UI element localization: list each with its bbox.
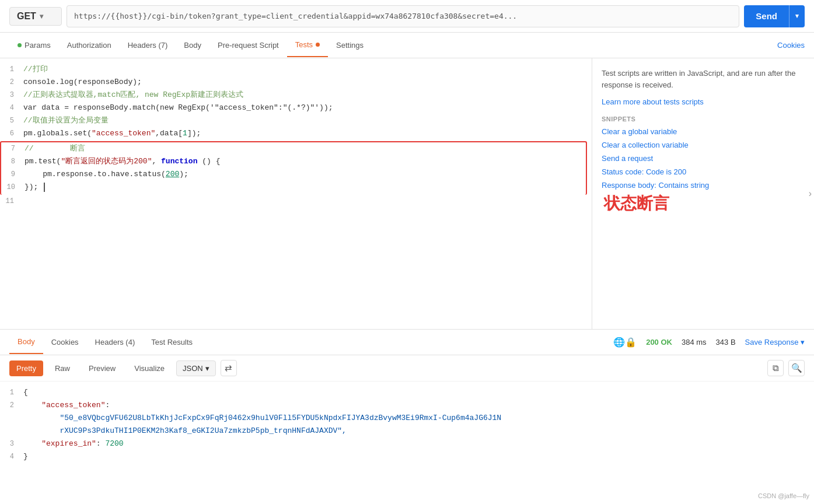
search-icon[interactable]: 🔍 — [788, 360, 805, 376]
fmt-tab-pretty[interactable]: Pretty — [9, 360, 43, 376]
snippet-response-body[interactable]: Response body: Contains string — [602, 181, 805, 190]
method-label: GET — [17, 11, 36, 22]
code-line-3: 3 //正则表达式提取器,match匹配, new RegExp新建正则表达式 — [0, 89, 592, 102]
main-area: 1 //打印 2 console.log(responseBody); 3 //… — [0, 58, 814, 329]
resp-tab-cookies[interactable]: Cookies — [43, 331, 87, 354]
resp-line-4: 4 } — [0, 450, 814, 463]
tab-prerequest[interactable]: Pre-request Script — [209, 34, 287, 57]
wrap-lines-icon[interactable]: ⇄ — [221, 360, 237, 376]
code-line-1: 1 //打印 — [0, 63, 592, 76]
cookies-link[interactable]: Cookies — [777, 41, 805, 50]
resp-line-3: 3 "expires_in": 7200 — [0, 438, 814, 450]
code-line-11: 11 — [0, 195, 592, 208]
url-bar: GET ▾ Send ▾ — [0, 0, 814, 33]
code-line-4: 4 var data = responseBody.match(new RegE… — [0, 102, 592, 114]
format-type-chevron-icon: ▾ — [205, 364, 209, 373]
send-button[interactable]: Send ▾ — [744, 5, 805, 27]
network-icon: 🌐🔒 — [613, 337, 637, 348]
code-line-2: 2 console.log(responseBody); — [0, 76, 592, 89]
resp-line-1: 1 { — [0, 386, 814, 399]
resp-line-2a: "50_e8VQbcgVFU62U8LbTkKhjJcFxpCx9FqRj046… — [0, 412, 814, 425]
tab-tests[interactable]: Tests — [287, 33, 328, 57]
method-chevron-icon: ▾ — [40, 12, 43, 20]
save-response-chevron-icon: ▾ — [801, 338, 805, 346]
request-tab-bar: Params Authorization Headers (7) Body Pr… — [0, 33, 814, 58]
response-size: 343 B — [716, 338, 736, 346]
method-select[interactable]: GET ▾ — [9, 7, 62, 26]
resp-tab-body[interactable]: Body — [9, 330, 43, 354]
snippet-clear-global[interactable]: Clear a global variable — [602, 127, 805, 136]
sidebar: › Test scripts are written in JavaScript… — [592, 58, 814, 329]
fmt-tab-preview[interactable]: Preview — [82, 360, 123, 376]
code-line-8: 8 pm.test("断言返回的状态码为200", function () { — [1, 155, 586, 168]
resp-line-2b: rXUC9Ps3PdkuTHI1P0EKM2h3Kaf8_eGKI2Ua7zmk… — [0, 425, 814, 438]
format-bar: Pretty Raw Preview Visualize JSON ▾ ⇄ ⧉ … — [0, 355, 814, 382]
code-line-5: 5 //取值并设置为全局变量 — [0, 114, 592, 127]
response-status-area: 🌐🔒 200 OK 384 ms 343 B Save Response ▾ — [613, 337, 805, 348]
fmt-tab-raw[interactable]: Raw — [48, 360, 77, 376]
status-ok-label: 200 OK — [646, 338, 672, 346]
response-tab-bar: Body Cookies Headers (4) Test Results 🌐🔒… — [0, 330, 814, 355]
response-area: Body Cookies Headers (4) Test Results 🌐🔒… — [0, 329, 814, 504]
code-line-7: 7 // 断言 — [1, 142, 586, 155]
response-time: 384 ms — [682, 338, 707, 346]
format-type-label: JSON — [183, 364, 203, 373]
save-response-button[interactable]: Save Response ▾ — [745, 338, 805, 346]
code-line-9: 9 pm.response.to.have.status(200); — [1, 168, 586, 181]
sidebar-description: Test scripts are written in JavaScript, … — [602, 68, 805, 90]
snippet-status-code[interactable]: Status code: Code is 200 — [602, 167, 805, 176]
format-type-select[interactable]: JSON ▾ — [176, 360, 216, 376]
sidebar-learn-link[interactable]: Learn more about tests scripts — [602, 97, 704, 106]
format-right-icons: ⧉ 🔍 — [767, 360, 805, 376]
response-json-body[interactable]: 1 { 2 "access_token": "50_e8VQbcgVFU62U8… — [0, 382, 814, 504]
tab-settings[interactable]: Settings — [328, 34, 372, 57]
sidebar-collapse-icon[interactable]: › — [809, 188, 812, 199]
params-dot — [18, 43, 22, 47]
watermark: CSDN @jaffe—fly — [758, 492, 809, 499]
tab-body[interactable]: Body — [176, 34, 209, 57]
annotation-text: 状态断言 — [604, 192, 779, 215]
tab-headers[interactable]: Headers (7) — [120, 34, 176, 57]
code-line-10: 10 }); — [1, 181, 586, 195]
fmt-tab-visualize[interactable]: Visualize — [127, 360, 172, 376]
tests-dot — [316, 43, 320, 47]
url-input[interactable] — [67, 5, 739, 27]
snippet-send-request[interactable]: Send a request — [602, 154, 805, 163]
resp-tab-headers[interactable]: Headers (4) — [87, 331, 144, 354]
code-editor[interactable]: 1 //打印 2 console.log(responseBody); 3 //… — [0, 58, 592, 329]
resp-line-2: 2 "access_token": — [0, 399, 814, 412]
tab-params[interactable]: Params — [9, 34, 59, 57]
tab-authorization[interactable]: Authorization — [59, 34, 120, 57]
resp-tab-testresults[interactable]: Test Results — [143, 331, 201, 354]
send-label: Send — [744, 5, 789, 27]
snippet-clear-collection[interactable]: Clear a collection variable — [602, 141, 805, 149]
send-dropdown-icon[interactable]: ▾ — [789, 5, 805, 27]
code-line-6: 6 pm.globals.set("access_token",data[1])… — [0, 127, 592, 140]
copy-icon[interactable]: ⧉ — [767, 360, 784, 376]
snippets-label: SNIPPETS — [602, 116, 805, 123]
highlight-block: 7 // 断言 8 pm.test("断言返回的状态码为200", functi… — [0, 141, 587, 195]
